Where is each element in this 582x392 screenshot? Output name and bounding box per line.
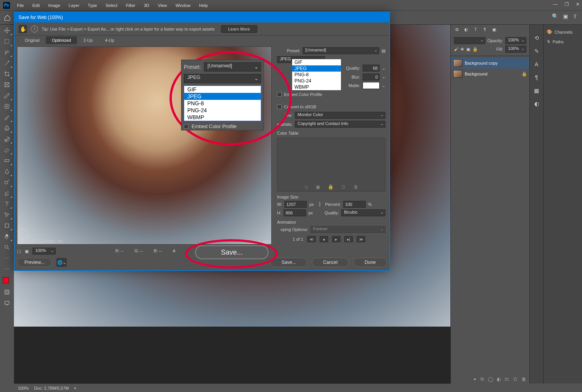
- tool-hand[interactable]: [2, 232, 12, 241]
- ann-format-wbmp[interactable]: WBMP: [184, 114, 261, 121]
- info-time-flyout-icon[interactable]: ▾≡: [58, 239, 63, 243]
- screen-mode-icon[interactable]: [2, 299, 12, 307]
- blend-mode-select[interactable]: [454, 37, 485, 44]
- tab-original[interactable]: Original: [19, 36, 46, 44]
- paths-tab[interactable]: ↯ Paths: [544, 37, 582, 46]
- icon-3d[interactable]: ▣: [491, 26, 497, 33]
- tool-more[interactable]: ⋯: [2, 254, 12, 262]
- tool-shape[interactable]: [2, 221, 12, 230]
- slice-visibility-icon[interactable]: ▣: [25, 249, 29, 254]
- menu-type[interactable]: Type: [84, 2, 101, 9]
- save-button[interactable]: Save...: [270, 258, 307, 267]
- paragraph-icon[interactable]: ¶: [535, 74, 538, 80]
- tool-stamp[interactable]: [2, 124, 12, 132]
- character-icon[interactable]: A: [535, 61, 538, 67]
- metadata-select[interactable]: Copyright and Contact Info: [295, 121, 385, 128]
- link-icon[interactable]: ⚭: [473, 377, 477, 382]
- status-flyout-icon[interactable]: ▸: [74, 385, 77, 390]
- icon-layers[interactable]: ⧉: [454, 26, 460, 33]
- menu-filter[interactable]: Filter: [122, 2, 139, 9]
- layer-name[interactable]: Background: [465, 72, 519, 76]
- color-swatches[interactable]: [3, 277, 11, 286]
- tab-4up[interactable]: 4-Up: [99, 36, 120, 44]
- ct-lock-icon[interactable]: 🔒: [328, 184, 334, 190]
- format-option-jpeg[interactable]: JPEG: [292, 65, 341, 72]
- zoom-select[interactable]: 100%: [33, 248, 56, 255]
- fx-icon[interactable]: fx: [481, 377, 484, 382]
- tool-frame[interactable]: [2, 80, 12, 89]
- tool-marquee[interactable]: [2, 37, 12, 46]
- blur-dd-icon[interactable]: ⌄: [382, 74, 385, 79]
- menu-help[interactable]: Help: [195, 2, 212, 9]
- convert-srgb-checkbox[interactable]: [277, 104, 282, 109]
- brush-presets-icon[interactable]: ✎: [534, 48, 539, 54]
- ann-format-jpeg[interactable]: JPEG: [184, 93, 261, 100]
- ct-cube-icon[interactable]: ▣: [316, 184, 320, 190]
- swatches-icon[interactable]: ▦: [534, 87, 539, 94]
- width-input[interactable]: [284, 201, 307, 208]
- tool-wand[interactable]: [2, 59, 12, 67]
- ann-format-gif[interactable]: GIF: [184, 86, 261, 93]
- new-layer-icon[interactable]: 🗋: [513, 377, 518, 382]
- ct-diamond-icon[interactable]: ◇: [305, 184, 308, 190]
- frame-icon[interactable]: ▣: [563, 13, 568, 19]
- mask-icon[interactable]: ◯: [488, 377, 493, 382]
- icon-paragraph[interactable]: ¶: [482, 26, 488, 33]
- icon-type[interactable]: T: [472, 26, 479, 33]
- tool-pen[interactable]: [2, 189, 12, 197]
- ann-preset-select[interactable]: [Unnamed]: [204, 62, 261, 72]
- constrain-icon[interactable]: ⟧: [318, 202, 320, 207]
- menu-window[interactable]: Window: [171, 2, 194, 9]
- percent-input[interactable]: [343, 201, 366, 208]
- search-icon[interactable]: 🔍: [552, 13, 558, 19]
- matte-dd-icon[interactable]: ⌄: [382, 83, 385, 88]
- ann-format-select[interactable]: JPEG: [184, 74, 261, 83]
- lock-artboard-icon[interactable]: ▣: [466, 47, 470, 52]
- annotation-save-button[interactable]: Save...: [195, 245, 269, 259]
- blur-input[interactable]: [363, 74, 380, 80]
- lock-all-icon[interactable]: 🔒: [472, 47, 478, 52]
- ct-new-icon[interactable]: 🗋: [341, 184, 346, 190]
- channels-tab[interactable]: 🎨 Channels: [544, 27, 582, 37]
- home-icon[interactable]: [3, 14, 12, 22]
- slice-select-icon[interactable]: ▢: [17, 249, 21, 254]
- tool-crop[interactable]: [2, 70, 12, 78]
- layer-row[interactable]: Background copy: [451, 58, 529, 68]
- format-option-png8[interactable]: PNG-8: [292, 72, 341, 78]
- done-button[interactable]: Done: [353, 258, 387, 267]
- menu-image[interactable]: Image: [45, 2, 64, 9]
- lock-icon[interactable]: 🖌: [454, 47, 458, 51]
- preview-select[interactable]: Monitor Color: [295, 112, 385, 119]
- history-icon[interactable]: ⟲: [534, 35, 539, 41]
- menu-3d[interactable]: 3D: [140, 2, 153, 9]
- anim-last-button[interactable]: ≫: [357, 236, 365, 242]
- tool-type[interactable]: [2, 200, 12, 208]
- tool-gradient[interactable]: [2, 156, 12, 165]
- group-icon[interactable]: 🗀: [505, 377, 509, 382]
- anim-play-button[interactable]: ▸: [332, 236, 341, 242]
- quick-mask-icon[interactable]: [2, 288, 12, 296]
- tool-blur[interactable]: [2, 167, 12, 176]
- hand-tool-icon[interactable]: ✋: [19, 25, 27, 33]
- ann-format-png8[interactable]: PNG-8: [184, 100, 261, 107]
- tool-zoom[interactable]: [2, 243, 12, 252]
- ct-trash-icon[interactable]: 🗑: [354, 184, 358, 190]
- preset-select[interactable]: [Unnamed]: [303, 47, 379, 54]
- browser-preview-icon[interactable]: 🌐⌄: [56, 258, 67, 267]
- tool-history[interactable]: [2, 135, 12, 143]
- ann-format-png24[interactable]: PNG-24: [184, 107, 261, 114]
- learn-more-button[interactable]: Learn More: [221, 25, 257, 33]
- menu-view[interactable]: View: [154, 2, 171, 9]
- tool-move[interactable]: [2, 26, 12, 35]
- quality-input[interactable]: [363, 65, 380, 72]
- tool-brush[interactable]: [2, 113, 12, 122]
- tool-eraser[interactable]: [2, 146, 12, 154]
- status-zoom[interactable]: 100%: [18, 386, 29, 390]
- tool-dodge[interactable]: [2, 178, 12, 187]
- minimize-button[interactable]: —: [553, 2, 558, 7]
- tool-eyedropper[interactable]: [2, 91, 12, 100]
- share-icon[interactable]: ⇪: [573, 13, 577, 19]
- height-input[interactable]: [284, 209, 306, 216]
- close-button[interactable]: ✕: [576, 2, 580, 7]
- opacity-value[interactable]: 100%: [505, 37, 526, 44]
